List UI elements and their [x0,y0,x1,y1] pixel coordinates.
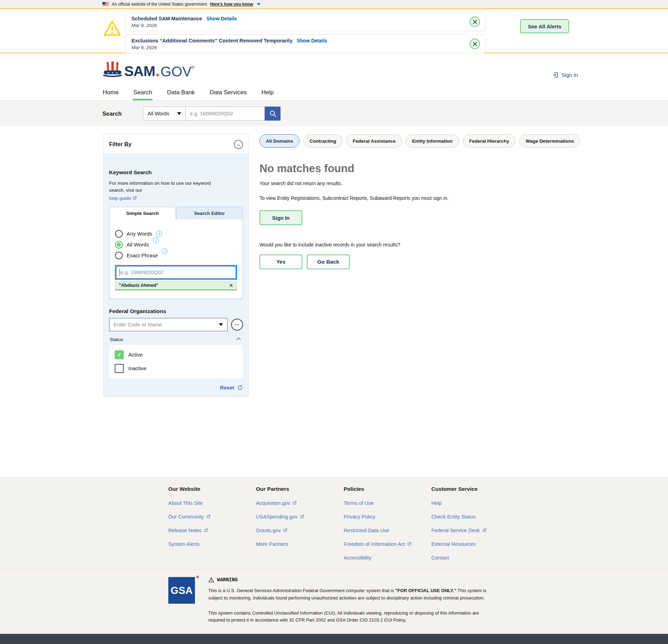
external-link-icon [203,528,208,533]
keyword-input[interactable]: e.g. 1606N020Q02 [115,265,237,280]
alert-close-button[interactable] [470,39,480,49]
radio-all-words[interactable] [115,241,123,249]
footer-links: Our WebsiteAbout This SiteOur CommunityR… [0,477,668,569]
footer-link-terms-of-use[interactable]: Terms of Use [344,500,431,506]
sign-in-required-text: To view Entity Registrations, Subcontrac… [259,195,449,202]
sign-in-link[interactable]: Sign In [552,72,578,78]
sign-in-label: Sign In [561,72,578,78]
chevron-up-icon[interactable] [236,337,241,342]
nav-item-search[interactable]: Search [133,86,153,100]
gsa-registered-mark: ® [196,575,199,579]
footer-identifier: SAM.gov An official website of the U.S. … [0,634,668,644]
warning-triangle-icon [103,20,121,37]
external-link-icon [206,514,211,519]
warning-outline-icon [208,577,214,583]
external-link-icon [407,542,412,547]
radio-any-words[interactable] [115,230,123,238]
domain-tab-wage-determinations[interactable]: Wage Determinations [519,134,580,148]
nav-item-help[interactable]: Help [261,86,274,100]
footer-link-label: Grants.gov [256,528,281,533]
reset-filters-link[interactable]: Reset [109,385,243,391]
footer-link-system-alerts[interactable]: System Alerts [168,541,256,547]
keyword-search-info: For more information on how to use our k… [109,180,221,194]
domain-tabs: All DomainsContractingFederal Assistance… [259,134,668,148]
footer-link-more-partners[interactable]: More Partners [256,541,344,547]
footer-link-privacy-policy[interactable]: Privacy Policy [344,514,431,520]
filter-panel: Filter By – Keyword Search For more info… [103,134,249,397]
info-icon[interactable]: i [156,231,162,237]
footer-link-accessibility[interactable]: Accessibility [344,555,431,561]
reset-icon [237,385,243,391]
alerts-band: Scheduled SAM MaintenanceShow DetailsMar… [0,8,668,53]
alert-show-details-link[interactable]: Show Details [297,38,327,43]
domain-tab-all-domains[interactable]: All Domains [259,134,299,148]
logo-text-gov: GOV [161,65,192,79]
federal-orgs-combobox[interactable]: Enter Code or Name [109,318,228,331]
logo-registered-mark: ® [191,65,194,69]
federal-orgs-more-button[interactable]: ... [231,319,243,331]
alert-close-button[interactable] [470,16,480,27]
footer-link-about-this-site[interactable]: About This Site [168,500,256,506]
chip-remove-icon[interactable]: ✕ [229,283,233,288]
yes-button[interactable]: Yes [259,255,302,269]
search-band: Search All Words [0,101,668,127]
footer-link-external-resources[interactable]: External Resources [431,541,519,547]
alert-date: Mar 9, 2026 [131,23,465,28]
global-search-input[interactable] [186,107,265,121]
footer-link-freedom-of-information-act[interactable]: Freedom of Information Act [344,541,431,547]
close-icon [473,42,477,46]
footer-link-our-community[interactable]: Our Community [168,514,256,520]
nav-item-data-services[interactable]: Data Services [209,86,247,100]
checkbox-inactive[interactable] [115,364,124,373]
footer-link-acquisition-gov[interactable]: Acquisition.gov [256,500,344,506]
search-submit-button[interactable] [265,107,281,121]
logo-star-icon: ★ [155,72,160,77]
how-you-know-link[interactable]: Here’s how you know [210,2,253,7]
main-nav: HomeSearchData BankData ServicesHelp [0,86,668,101]
search-mode-select[interactable]: All Words [143,107,186,121]
footer-link-help[interactable]: Help [431,500,519,506]
select-arrow-icon [177,112,181,115]
see-all-alerts-button[interactable]: See All Alerts [520,19,569,33]
footer-link-federal-service-desk[interactable]: Federal Service Desk [431,528,519,533]
info-icon[interactable]: i [153,237,159,243]
nav-item-data-bank[interactable]: Data Bank [167,86,195,100]
footer-link-check-entity-status[interactable]: Check Entity Status [431,514,519,520]
go-back-button[interactable]: Go Back [307,255,350,269]
radio-exact-phrase[interactable] [115,252,123,259]
checkbox-active[interactable]: ✓ [115,350,124,359]
help-guide-link[interactable]: help guide [109,196,137,201]
tab-search-editor[interactable]: Search Editor [176,207,243,219]
keyword-input-placeholder: e.g. 1606N020Q02 [121,270,164,275]
keyword-search-heading: Keyword Search [109,169,243,176]
filter-panel-header: Filter By – [103,134,249,154]
radio-label-exact-phrase: Exact Phrase [127,252,158,258]
footer-link-release-notes[interactable]: Release Notes [168,528,256,533]
logo-text-sam: SAM [124,64,155,79]
footer-link-grants-gov[interactable]: Grants.gov [256,528,344,533]
domain-tab-federal-hierarchy[interactable]: Federal Hierarchy [463,134,515,148]
footer-link-restricted-data-use[interactable]: Restricted Data Use [344,528,431,533]
status-options: ✓ActiveInactive [109,345,243,378]
alert-show-details-link[interactable]: Show Details [206,16,237,21]
footer-link-contact[interactable]: Contact [431,555,519,561]
info-icon[interactable]: i [162,248,168,254]
radio-row-all-words: All Wordsi [115,241,237,249]
sam-gov-logo[interactable]: ★★★ SAM ★ GOV ® [102,60,195,79]
alert-card: Exclusions “Additional Comments” Content… [125,34,486,53]
domain-tab-federal-assistance[interactable]: Federal Assistance [346,134,402,148]
no-matches-title: No matches found [259,162,668,175]
domain-tab-contracting[interactable]: Contracting [303,134,343,148]
tab-simple-search[interactable]: Simple Search [109,207,176,219]
domain-tab-entity-information[interactable]: Entity Information [406,134,459,148]
select-arrow-icon [219,323,223,326]
footer-link-usaspending-gov[interactable]: USASpending.gov [256,514,344,520]
collapse-filters-button[interactable]: – [234,140,243,149]
footer-link-label: Our Community [168,514,204,520]
footer-link-label: System Alerts [168,541,200,547]
status-section-header: Status [110,337,242,342]
sign-in-button[interactable]: Sign In [259,210,302,225]
nav-item-home[interactable]: Home [102,86,119,100]
keyword-match-radios: Any WordsiAll WordsiExact Phrasei [115,230,237,259]
site-header: ★★★ SAM ★ GOV ® Sign In [0,53,668,86]
